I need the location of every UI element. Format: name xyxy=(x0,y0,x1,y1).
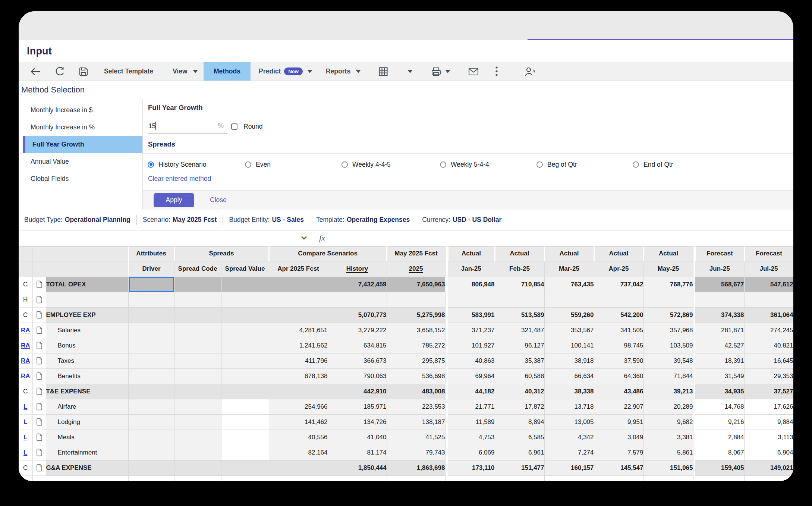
user-presence-button[interactable] xyxy=(524,62,536,81)
grid-cell[interactable] xyxy=(594,292,643,307)
grid-cell[interactable]: 9,216 xyxy=(695,414,744,430)
grid-cell[interactable] xyxy=(544,475,594,481)
grid-cell[interactable] xyxy=(387,475,445,481)
grid-cell[interactable] xyxy=(174,292,221,307)
grid-cell[interactable]: 41,525 xyxy=(387,430,445,445)
grid-cell[interactable]: 223,553 xyxy=(387,399,445,414)
grid-cell[interactable]: 6,069 xyxy=(448,445,495,460)
grid-cell[interactable]: 9,682 xyxy=(643,414,693,430)
grid-cell[interactable]: 3,279,222 xyxy=(328,323,387,338)
grid-cell[interactable]: 141,462 xyxy=(269,414,328,430)
grid-cell[interactable]: 38,918 xyxy=(544,353,594,368)
grid-cell[interactable]: 29,353 xyxy=(744,368,793,384)
predict-dropdown[interactable]: Predict New xyxy=(259,62,312,81)
grid-cell[interactable]: 341,505 xyxy=(594,323,643,338)
grid-cell[interactable] xyxy=(495,475,544,481)
row-note-cell[interactable] xyxy=(32,384,46,399)
grid-cell[interactable] xyxy=(174,277,221,292)
spread-option-weekly-5-4-4[interactable]: Weekly 5-4-4 xyxy=(440,158,489,170)
grid-cell[interactable]: 43,486 xyxy=(594,384,643,399)
grid-cell[interactable] xyxy=(174,323,221,338)
grid-cell[interactable] xyxy=(269,307,328,323)
grid-view-button[interactable] xyxy=(378,62,388,81)
grid-cell[interactable]: 878,138 xyxy=(269,368,328,384)
grid-cell[interactable] xyxy=(269,460,328,475)
row-note-cell[interactable] xyxy=(32,399,46,414)
grid-cell[interactable]: 134,726 xyxy=(328,414,387,430)
grid-cell[interactable]: 4,342 xyxy=(544,430,594,445)
row-note-cell[interactable] xyxy=(32,430,46,445)
method-item-global-fields[interactable]: Global Fields xyxy=(23,170,142,187)
grid-cell[interactable]: 2,884 xyxy=(695,430,744,445)
grid-cell[interactable] xyxy=(221,445,269,460)
grid-cell[interactable]: 39,548 xyxy=(643,353,693,368)
grid-cell[interactable]: 17,626 xyxy=(744,399,793,414)
grid-cell[interactable]: 13,005 xyxy=(544,414,594,430)
method-item-monthly-increase-in[interactable]: Monthly Increase in % xyxy=(23,119,142,136)
grid-cell[interactable]: 138,187 xyxy=(387,414,445,430)
grid-cell[interactable] xyxy=(269,292,328,307)
grid-cell[interactable]: 81,174 xyxy=(328,445,387,460)
grid-cell[interactable] xyxy=(128,368,174,384)
cell-reference-dropdown[interactable] xyxy=(76,230,313,246)
grid-cell[interactable]: 9,951 xyxy=(594,414,643,430)
grid-cell[interactable]: 763,435 xyxy=(544,277,594,292)
grid-cell[interactable] xyxy=(174,430,221,445)
grid-cell[interactable]: 547,612 xyxy=(744,277,793,292)
grid-cell[interactable] xyxy=(495,292,544,307)
grid-cell[interactable]: 1,863,698 xyxy=(387,460,445,475)
row-note-cell[interactable] xyxy=(32,460,46,475)
spread-option-weekly-4-4-5[interactable]: Weekly 4-4-5 xyxy=(342,158,391,170)
grid-cell[interactable] xyxy=(221,338,269,353)
grid-cell[interactable]: 572,869 xyxy=(643,307,693,323)
grid-cell[interactable]: 40,312 xyxy=(495,384,544,399)
grid-cell[interactable] xyxy=(174,384,221,399)
grid-cell[interactable] xyxy=(128,338,174,353)
grid-cell[interactable]: 361,064 xyxy=(744,307,793,323)
grid-cell[interactable]: 37,590 xyxy=(594,353,643,368)
grid-cell[interactable]: 737,042 xyxy=(594,277,643,292)
methods-button[interactable]: Methods xyxy=(204,62,251,81)
growth-percent-input[interactable]: 15 % xyxy=(148,119,227,133)
grid-cell[interactable]: 159,405 xyxy=(695,460,744,475)
grid-cell[interactable] xyxy=(128,353,174,368)
grid-cell[interactable]: 4,753 xyxy=(448,430,495,445)
grid-cell[interactable]: 149,021 xyxy=(744,460,793,475)
row-note-cell[interactable] xyxy=(32,414,46,430)
grid-cell[interactable] xyxy=(174,399,221,414)
grid-cell[interactable]: 281,871 xyxy=(695,323,744,338)
grid-cell[interactable]: 173,110 xyxy=(448,460,495,475)
grid-cell[interactable]: 20,289 xyxy=(643,399,693,414)
grid-cell[interactable]: 185,971 xyxy=(328,399,387,414)
grid-cell[interactable] xyxy=(174,414,221,430)
grid-cell[interactable]: 6,904 xyxy=(744,445,793,460)
grid-cell[interactable] xyxy=(221,399,269,414)
grid-cell[interactable]: 37,527 xyxy=(744,384,793,399)
grid-cell[interactable] xyxy=(128,414,174,430)
grid-cell[interactable]: 7,274 xyxy=(544,445,594,460)
grid-cell[interactable]: 22,907 xyxy=(594,399,643,414)
grid-cell[interactable] xyxy=(128,460,174,475)
row-type-link-ra[interactable]: RA xyxy=(21,357,30,364)
grid-cell[interactable] xyxy=(221,277,269,292)
grid-cell[interactable]: 44,182 xyxy=(448,384,495,399)
grid-cell[interactable]: 5,861 xyxy=(643,445,693,460)
view-dropdown[interactable]: View xyxy=(173,62,198,81)
round-checkbox[interactable] xyxy=(231,123,237,130)
grid-cell[interactable] xyxy=(448,475,495,481)
grid-cell[interactable]: 41,040 xyxy=(328,430,387,445)
grid-cell[interactable]: 38,338 xyxy=(544,384,594,399)
row-type-link-l[interactable]: L xyxy=(23,434,27,441)
grid-cell[interactable]: 785,272 xyxy=(387,338,445,353)
grid-cell[interactable]: 634,815 xyxy=(328,338,387,353)
grid-cell[interactable]: 710,854 xyxy=(495,277,544,292)
grid-cell[interactable]: 768,776 xyxy=(643,277,693,292)
spread-option-end-of-qtr[interactable]: End of Qtr xyxy=(633,158,673,170)
grid-cell[interactable]: 40,556 xyxy=(269,430,328,445)
grid-cell[interactable]: 8,067 xyxy=(695,445,744,460)
grid-cell[interactable]: 3,049 xyxy=(594,430,643,445)
grid-cell[interactable] xyxy=(128,277,174,292)
more-options-button[interactable] xyxy=(495,62,498,81)
method-item-monthly-increase-in[interactable]: Monthly Increase in $ xyxy=(23,101,142,119)
grid-cell[interactable]: 7,579 xyxy=(594,445,643,460)
